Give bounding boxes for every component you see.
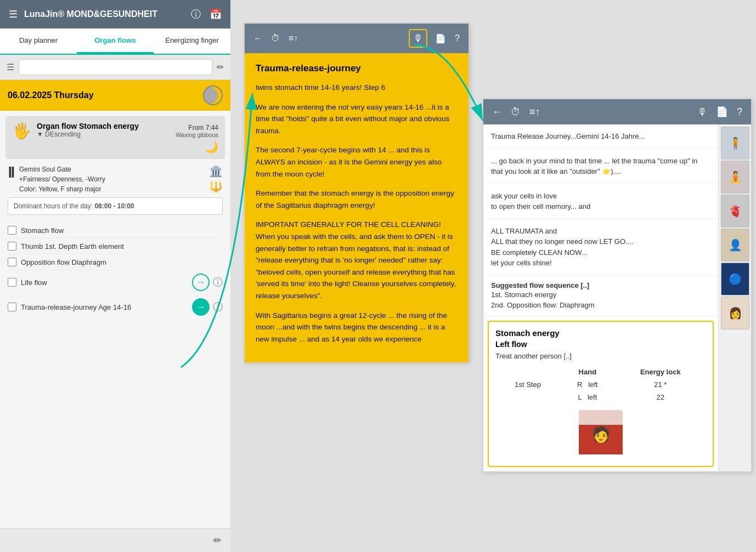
checklist-label-stomach: Stomach flow (21, 226, 64, 235)
organ-flow-card: 🖐 Organ flow Stomach energy ▼ DEscending… (5, 116, 225, 159)
checkbox-stomach[interactable] (8, 226, 16, 235)
thumbnail-acupuncture[interactable]: 🫀 (721, 195, 749, 227)
search-bar: ☰ ✏ (0, 55, 230, 80)
calendar-icon[interactable]: 📅 (208, 7, 223, 22)
checklist-label-thumb: Thumb 1st. Depth Earth element (21, 242, 124, 251)
checklist: Stomach flow Thumb 1st. Depth Earth elem… (0, 218, 230, 323)
checkbox-life[interactable] (8, 278, 16, 287)
right-back-btn[interactable]: ← (491, 105, 503, 119)
bottom-bar: ✏ (0, 528, 230, 552)
thumbnail-body[interactable]: 🧍 (721, 127, 749, 160)
chat-text-0: Trauma Release Journey...Gemini 14-16 Ja… (491, 132, 645, 140)
suggested-flow-item-0: 1st. Stomach energy (491, 289, 710, 300)
life-flow-info-icon: ⓘ (213, 276, 223, 289)
middle-panel-text-5: With Sagittarius begins a great 12-cycle… (256, 310, 458, 345)
thumbnail-blue[interactable]: 🔵 (721, 263, 749, 295)
right-doc-btn[interactable]: 📄 (715, 105, 729, 119)
life-flow-controls: → ⓘ (192, 274, 223, 291)
tab-day-planner[interactable]: Day planner (0, 29, 77, 54)
life-flow-arrow-btn[interactable]: → (192, 274, 210, 291)
date-text: 06.02.2025 Thursday (8, 90, 94, 100)
app-title: LunaJin® MOND&GESUNDHEIT (24, 9, 184, 19)
date-header: 06.02.2025 Thursday (0, 80, 230, 111)
trauma-info-icon: ⓘ (213, 300, 223, 314)
bottom-edit-icon[interactable]: ✏ (212, 533, 223, 548)
middle-clock-btn[interactable]: ⏱ (270, 32, 281, 44)
right-clock-btn[interactable]: ⏱ (510, 105, 522, 119)
suggested-flow: Suggested flow sequence [..] 1st. Stomac… (483, 276, 718, 316)
thumbnails-panel: 🧍 🧘 🫀 👤 🔵 👩 (718, 124, 751, 471)
right-panel-main: Trauma Release Journey...Gemini 14-16 Ja… (483, 124, 718, 471)
tab-organ-flows[interactable]: Organ flows (77, 29, 154, 54)
temple-icon: 🏛️ (209, 164, 223, 178)
middle-panel: ← ⏱ ≡↑ 🎙 📄 ? Trauma-release-journey twin… (244, 23, 469, 363)
checkbox-trauma[interactable] (8, 303, 16, 311)
col-hand: Hand (560, 366, 614, 378)
info-icon[interactable]: ⓘ (190, 7, 202, 22)
checkbox-thumb[interactable] (8, 242, 16, 251)
middle-header-icons: 🎙 📄 ? (409, 29, 461, 48)
middle-help-btn[interactable]: ? (454, 29, 461, 48)
moon-phase-icon (203, 86, 223, 105)
right-mic-btn[interactable]: 🎙 (696, 105, 708, 119)
soul-gate-info: Gemini Soul Gate +Fairness/ Openness, -W… (19, 164, 105, 194)
chat-text-3: ALL TRAUMATA and ALL that they no longer… (491, 227, 633, 268)
list-item: Trauma-release-journey Age 14-16 → ⓘ (8, 295, 223, 319)
hand-icon: 🖐 (12, 122, 31, 140)
middle-panel-content: Trauma-release-journey twins stomach tim… (245, 53, 469, 362)
step-lock-0: 21 * (615, 378, 706, 391)
checklist-label-trauma: Trauma-release-journey Age 14-16 (21, 303, 131, 311)
chat-text-2: ask your cells in love to open their cel… (491, 192, 590, 211)
moon-icon: 🌙 (176, 140, 218, 153)
left-panel: ☰ LunaJin® MOND&GESUNDHEIT ⓘ 📅 Day plann… (0, 0, 230, 552)
thumbnail-yoga[interactable]: 🧘 (721, 161, 749, 194)
app-header: ☰ LunaJin® MOND&GESUNDHEIT ⓘ 📅 (0, 0, 230, 29)
mic-highlight-icon[interactable]: 🎙 (409, 29, 427, 48)
step-label-1 (495, 391, 560, 403)
middle-lines-btn[interactable]: ≡↑ (287, 32, 299, 44)
tab-energizing-finger[interactable]: Energizing finger (154, 29, 230, 54)
gemini-symbol: Ⅱ (8, 164, 15, 181)
chat-message-3: ALL TRAUMATA and ALL that they no longer… (483, 219, 718, 276)
list-icon: ☰ (7, 62, 14, 72)
right-help-btn[interactable]: ? (736, 105, 743, 119)
suggested-flow-title: Suggested flow sequence [..] (491, 281, 710, 289)
waxing-label: Waxing gibbous (176, 132, 218, 138)
trauma-arrow-btn[interactable]: → (192, 298, 210, 316)
search-input[interactable] (19, 59, 212, 75)
person-image: 🧑 (579, 410, 623, 459)
chat-text-1: ... go back in your mind to that time ..… (491, 157, 697, 176)
trauma-flow-controls: → ⓘ (192, 298, 223, 316)
checkbox-opposition[interactable] (8, 258, 16, 266)
list-item: Stomach flow (8, 223, 223, 238)
soul-gate-attrs: +Fairness/ Openness, -Worry (19, 174, 105, 184)
dominant-hours-box: Dominant hours of the day: 08:00 - 10:00 (8, 197, 223, 215)
menu-icon[interactable]: ☰ (8, 7, 19, 21)
step-lock-1: 22 (615, 391, 706, 403)
middle-panel-text-1: We are now entering the not very easy ye… (256, 101, 458, 137)
right-panel-header: ← ⏱ ≡↑ 🎙 📄 ? (483, 99, 751, 124)
middle-panel-text-0: twins stomach time 14-16 years! Step 6 (256, 82, 458, 94)
thumbnail-person[interactable]: 👤 (721, 229, 749, 261)
stomach-energy-title: Stomach energy (495, 328, 706, 338)
thumbnail-person2[interactable]: 👩 (721, 297, 749, 329)
step-hand-1: L left (560, 391, 614, 403)
stomach-energy-section: Stomach energy Left flow Treat another p… (488, 321, 714, 467)
dominant-hours-label: Dominant hours of the day: (14, 202, 93, 210)
organ-descending: ▼ DEscending (37, 130, 170, 138)
middle-panel-text-2: The second 7-year-cycle begins with 14 .… (256, 144, 458, 180)
middle-doc-btn[interactable]: 📄 (434, 29, 447, 48)
tab-bar: Day planner Organ flows Energizing finge… (0, 29, 230, 55)
organ-info: Organ flow Stomach energy ▼ DEscending (37, 122, 170, 138)
middle-panel-header: ← ⏱ ≡↑ 🎙 📄 ? (245, 24, 469, 53)
list-item: Thumb 1st. Depth Earth element (8, 238, 223, 254)
right-lines-btn[interactable]: ≡↑ (528, 105, 541, 119)
side-icons: 🏛️ 🔱 (209, 164, 223, 193)
middle-panel-text-4: IMPORTANT GENERALLY FOR THE CELL CLEANIN… (256, 219, 458, 301)
organ-time: From 7:44 (176, 124, 218, 132)
suggested-flow-item-1: 2nd. Opposition flow: Diaphragm (491, 300, 710, 310)
col-energy-lock: Energy lock (615, 366, 706, 378)
chat-message-1: ... go back in your mind to that time ..… (483, 149, 718, 184)
middle-back-btn[interactable]: ← (252, 32, 263, 44)
edit-icon[interactable]: ✏ (217, 62, 224, 72)
